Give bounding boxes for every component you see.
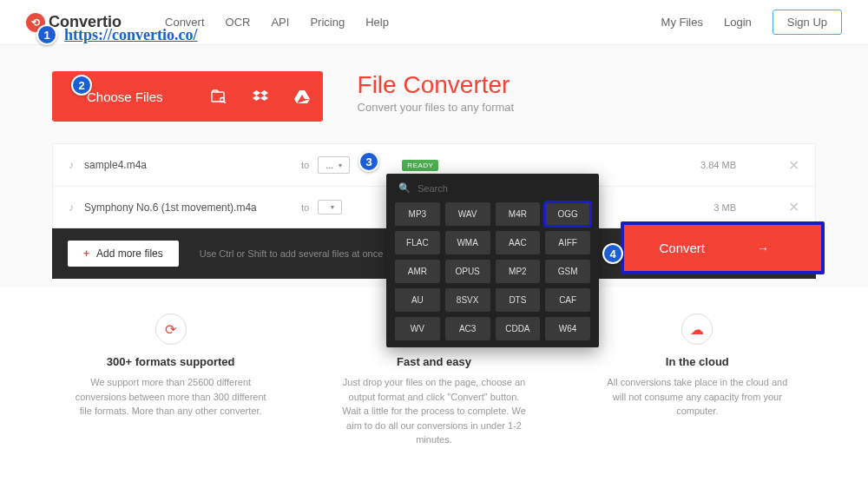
format-option-mp3[interactable]: MP3: [395, 202, 440, 226]
to-label: to: [301, 160, 309, 170]
to-label: to: [301, 202, 309, 213]
close-icon[interactable]: ✕: [788, 157, 799, 174]
nav-api[interactable]: API: [271, 16, 289, 29]
chevron-down-icon: ▾: [331, 203, 334, 211]
format-option-gsm[interactable]: GSM: [545, 260, 590, 283]
feature-title: In the cloud: [579, 355, 816, 368]
status-badge: READY: [402, 160, 438, 171]
plus-icon: +: [83, 248, 89, 260]
dropdown-search[interactable]: 🔍 Search: [386, 174, 599, 202]
format-select[interactable]: ▾: [318, 200, 342, 214]
nav-help[interactable]: Help: [365, 16, 389, 29]
format-option-amr[interactable]: AMR: [395, 260, 440, 283]
convert-button[interactable]: Convert →: [621, 221, 825, 274]
file-name: sample4.m4a: [84, 159, 301, 171]
format-option-flac[interactable]: FLAC: [395, 231, 440, 254]
file-name: Symphony No.6 (1st movement).m4a: [84, 201, 301, 214]
refresh-icon: ⟳: [155, 314, 187, 345]
nav-login[interactable]: Login: [724, 16, 752, 29]
google-drive-icon[interactable]: [281, 71, 323, 122]
format-option-ac3[interactable]: AC3: [445, 317, 490, 340]
search-placeholder: Search: [418, 183, 448, 194]
format-grid: MP3WAVM4ROGGFLACWMAAACAIFFAMROPUSMP2GSMA…: [386, 202, 599, 340]
format-option-m4r[interactable]: M4R: [496, 202, 541, 226]
close-icon[interactable]: ✕: [788, 199, 799, 215]
nav-pricing[interactable]: Pricing: [310, 16, 345, 29]
annotation-number: 3: [358, 151, 379, 172]
format-select[interactable]: ... ▾: [318, 156, 350, 174]
add-more-hint: Use Ctrl or Shift to add several files a…: [200, 248, 384, 259]
feature-title: Fast and easy: [315, 355, 552, 368]
arrow-right-icon: →: [757, 241, 769, 255]
annotation-number: 4: [602, 243, 623, 264]
format-option-aac[interactable]: AAC: [496, 231, 541, 254]
format-option-mp2[interactable]: MP2: [496, 260, 541, 283]
format-option-wv[interactable]: WV: [395, 317, 440, 340]
add-more-button[interactable]: + Add more files: [68, 241, 179, 267]
feature-desc: We support more than 25600 different con…: [76, 375, 266, 419]
choose-files-label: Choose Files: [87, 89, 163, 104]
format-value: ...: [326, 160, 333, 170]
format-option-aiff[interactable]: AIFF: [545, 231, 590, 254]
annotation-2: 2: [71, 75, 92, 96]
file-size: 3 MB: [713, 202, 736, 213]
add-more-label: Add more files: [96, 248, 163, 260]
annotation-url: https://convertio.co/: [64, 26, 197, 44]
annotation-number: 1: [36, 24, 57, 45]
feature-desc: All conversions take place in the cloud …: [602, 375, 792, 419]
format-dropdown: 🔍 Search MP3WAVM4ROGGFLACWMAAACAIFFAMROP…: [386, 174, 599, 347]
feature-title: 300+ formats supported: [52, 355, 289, 368]
feature-formats: ⟳ 300+ formats supported We support more…: [52, 314, 289, 447]
title-block: File Converter Convert your files to any…: [358, 71, 515, 114]
annotation-1: 1 https://convertio.co/: [36, 24, 197, 45]
right-nav: My Files Login Sign Up: [661, 10, 842, 35]
feature-cloud: ☁ In the cloud All conversions take plac…: [579, 314, 816, 447]
nav-ocr[interactable]: OCR: [226, 16, 251, 29]
page-subtitle: Convert your files to any format: [358, 101, 515, 114]
main-nav: Convert OCR API Pricing Help: [165, 16, 389, 29]
format-option-dts[interactable]: DTS: [496, 288, 541, 312]
cloud-icon: ☁: [681, 314, 713, 345]
svg-rect-0: [212, 92, 224, 102]
page-title: File Converter: [358, 71, 515, 99]
nav-myfiles[interactable]: My Files: [661, 16, 703, 29]
music-icon: ♪: [69, 201, 74, 214]
folder-search-icon[interactable]: [198, 71, 240, 122]
annotation-3: 3: [358, 151, 379, 172]
format-option-au[interactable]: AU: [395, 288, 440, 312]
music-icon: ♪: [69, 159, 74, 171]
annotation-4: 4: [602, 243, 623, 264]
format-option-opus[interactable]: OPUS: [445, 260, 490, 283]
dropbox-icon[interactable]: [240, 71, 281, 122]
convert-label: Convert: [659, 241, 705, 255]
format-option-ogg[interactable]: OGG: [545, 202, 590, 226]
annotation-number: 2: [71, 75, 92, 96]
format-option-caf[interactable]: CAF: [545, 288, 590, 312]
format-option-cdda[interactable]: CDDA: [496, 317, 541, 340]
chevron-down-icon: ▾: [339, 162, 342, 169]
signup-button[interactable]: Sign Up: [773, 10, 842, 35]
choose-files-bar: Choose Files: [52, 71, 323, 122]
file-size: 3.84 MB: [700, 160, 736, 170]
format-option-w64[interactable]: W64: [545, 317, 590, 340]
format-option-8svx[interactable]: 8SVX: [445, 288, 490, 312]
feature-desc: Just drop your files on the page, choose…: [339, 375, 529, 447]
svg-line-2: [224, 102, 226, 103]
search-icon: 🔍: [398, 182, 411, 194]
format-option-wav[interactable]: WAV: [445, 202, 490, 226]
format-option-wma[interactable]: WMA: [445, 231, 490, 254]
